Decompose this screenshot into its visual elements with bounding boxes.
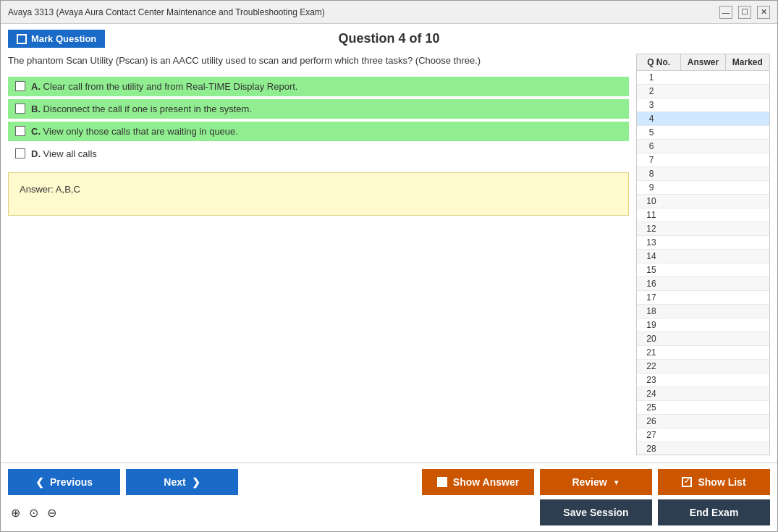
maximize-button[interactable]: ☐ bbox=[738, 6, 751, 19]
q-row-number: 27 bbox=[637, 430, 666, 440]
header-answer: Answer bbox=[681, 54, 725, 70]
save-session-label: Save Session bbox=[563, 507, 628, 518]
main-area: The phantom Scan Utility (Pscan) is an A… bbox=[8, 54, 770, 455]
q-row-number: 26 bbox=[637, 416, 666, 426]
answer-box: Answer: A,B,C bbox=[8, 172, 629, 216]
question-list-panel: Q No. Answer Marked 1 2 3 4 5 bbox=[636, 54, 770, 455]
question-list-row[interactable]: 8 bbox=[637, 167, 769, 181]
q-row-number: 6 bbox=[637, 141, 666, 151]
show-answer-button[interactable]: Show Answer bbox=[422, 469, 534, 495]
q-row-number: 23 bbox=[637, 375, 666, 385]
q-row-number: 16 bbox=[637, 279, 666, 289]
question-list-row[interactable]: 22 bbox=[637, 360, 769, 373]
question-list-row[interactable]: 20 bbox=[637, 332, 769, 346]
option-b[interactable]: B. Disconnect the call if one is present… bbox=[8, 99, 629, 119]
question-list-row[interactable]: 5 bbox=[637, 126, 769, 140]
zoom-in-button[interactable]: ⊕ bbox=[8, 504, 23, 521]
window-title: Avaya 3313 (Avaya Aura Contact Center Ma… bbox=[8, 7, 325, 17]
option-d-text: D. View all calls bbox=[31, 148, 97, 159]
q-row-number: 15 bbox=[637, 265, 666, 275]
option-c[interactable]: C. View only those calls that are waitin… bbox=[8, 122, 629, 141]
option-d[interactable]: D. View all calls bbox=[8, 144, 629, 164]
next-button[interactable]: Next bbox=[126, 469, 238, 495]
question-list-row[interactable]: 18 bbox=[637, 305, 769, 318]
question-list-row[interactable]: 15 bbox=[637, 263, 769, 277]
zoom-normal-button[interactable]: ⊙ bbox=[26, 504, 41, 521]
q-row-number: 11 bbox=[637, 210, 666, 220]
question-list-row[interactable]: 4 bbox=[637, 112, 769, 126]
answer-options: A. Clear call from the utility and from … bbox=[8, 77, 629, 164]
q-row-number: 5 bbox=[637, 127, 666, 138]
q-row-number: 25 bbox=[637, 402, 666, 413]
show-answer-checkbox-icon bbox=[437, 477, 447, 487]
show-list-button[interactable]: Show List bbox=[658, 469, 770, 495]
q-row-number: 8 bbox=[637, 169, 666, 179]
question-list-row[interactable]: 13 bbox=[637, 236, 769, 250]
main-button-row: Previous Next Show Answer Review ▼ Show … bbox=[8, 469, 770, 495]
show-answer-label: Show Answer bbox=[453, 476, 519, 488]
q-row-number: 9 bbox=[637, 182, 666, 193]
review-button[interactable]: Review ▼ bbox=[540, 469, 652, 495]
q-row-number: 4 bbox=[637, 114, 666, 124]
question-list-row[interactable]: 27 bbox=[637, 428, 769, 442]
mark-question-label: Mark Question bbox=[31, 33, 96, 44]
app-window: Avaya 3313 (Avaya Aura Contact Center Ma… bbox=[0, 0, 778, 532]
question-list-row[interactable]: 25 bbox=[637, 401, 769, 415]
question-list-row[interactable]: 24 bbox=[637, 387, 769, 401]
end-exam-button[interactable]: End Exam bbox=[658, 499, 770, 525]
mark-checkbox-icon bbox=[17, 34, 27, 44]
next-label: Next bbox=[164, 476, 185, 488]
q-row-number: 21 bbox=[637, 347, 666, 358]
show-list-checkbox-icon bbox=[682, 477, 692, 487]
question-title: Question 4 of 10 bbox=[338, 31, 439, 46]
q-row-number: 14 bbox=[637, 251, 666, 261]
question-list-row[interactable]: 23 bbox=[637, 373, 769, 387]
q-row-number: 2 bbox=[637, 86, 666, 96]
close-button[interactable]: ✕ bbox=[757, 6, 770, 19]
question-list-row[interactable]: 7 bbox=[637, 153, 769, 167]
question-list-row[interactable]: 9 bbox=[637, 181, 769, 195]
question-list-row[interactable]: 2 bbox=[637, 85, 769, 98]
option-a[interactable]: A. Clear call from the utility and from … bbox=[8, 77, 629, 96]
q-row-number: 20 bbox=[637, 334, 666, 344]
side-panel-body[interactable]: 1 2 3 4 5 6 7 8 bbox=[637, 71, 769, 455]
minimize-button[interactable]: — bbox=[719, 6, 732, 19]
question-list-row[interactable]: 11 bbox=[637, 208, 769, 222]
q-row-number: 1 bbox=[637, 72, 666, 83]
zoom-out-button[interactable]: ⊖ bbox=[44, 504, 59, 521]
save-session-button[interactable]: Save Session bbox=[540, 499, 652, 525]
question-panel: The phantom Scan Utility (Pscan) is an A… bbox=[8, 54, 629, 455]
option-d-checkbox[interactable] bbox=[15, 148, 25, 159]
bottom-toolbar: Previous Next Show Answer Review ▼ Show … bbox=[1, 463, 777, 531]
option-b-text: B. Disconnect the call if one is present… bbox=[31, 104, 252, 114]
prev-chevron-icon bbox=[35, 476, 44, 488]
previous-label: Previous bbox=[50, 476, 93, 488]
question-list-row[interactable]: 10 bbox=[637, 195, 769, 208]
question-list-row[interactable]: 19 bbox=[637, 318, 769, 332]
question-list-row[interactable]: 16 bbox=[637, 277, 769, 291]
q-row-number: 7 bbox=[637, 155, 666, 165]
show-list-label: Show List bbox=[698, 476, 745, 488]
top-toolbar: Mark Question Question 4 of 10 bbox=[8, 31, 770, 46]
question-list-row[interactable]: 3 bbox=[637, 98, 769, 112]
question-list-row[interactable]: 17 bbox=[637, 291, 769, 305]
question-list-row[interactable]: 21 bbox=[637, 346, 769, 360]
header-qno: Q No. bbox=[637, 54, 681, 70]
question-list-row[interactable]: 14 bbox=[637, 250, 769, 263]
q-row-number: 24 bbox=[637, 389, 666, 399]
previous-button[interactable]: Previous bbox=[8, 469, 120, 495]
question-list-row[interactable]: 6 bbox=[637, 140, 769, 153]
option-c-checkbox[interactable] bbox=[15, 126, 25, 136]
question-list-row[interactable]: 26 bbox=[637, 415, 769, 428]
option-b-checkbox[interactable] bbox=[15, 104, 25, 114]
question-list-row[interactable]: 28 bbox=[637, 442, 769, 455]
mark-question-button[interactable]: Mark Question bbox=[8, 30, 105, 48]
option-a-checkbox[interactable] bbox=[15, 81, 25, 91]
title-bar: Avaya 3313 (Avaya Aura Contact Center Ma… bbox=[1, 1, 777, 24]
side-panel-header: Q No. Answer Marked bbox=[637, 54, 769, 71]
q-row-number: 19 bbox=[637, 320, 666, 330]
question-list-row[interactable]: 12 bbox=[637, 222, 769, 236]
question-list-row[interactable]: 1 bbox=[637, 71, 769, 85]
window-controls: — ☐ ✕ bbox=[719, 6, 770, 19]
option-c-text: C. View only those calls that are waitin… bbox=[31, 126, 238, 137]
